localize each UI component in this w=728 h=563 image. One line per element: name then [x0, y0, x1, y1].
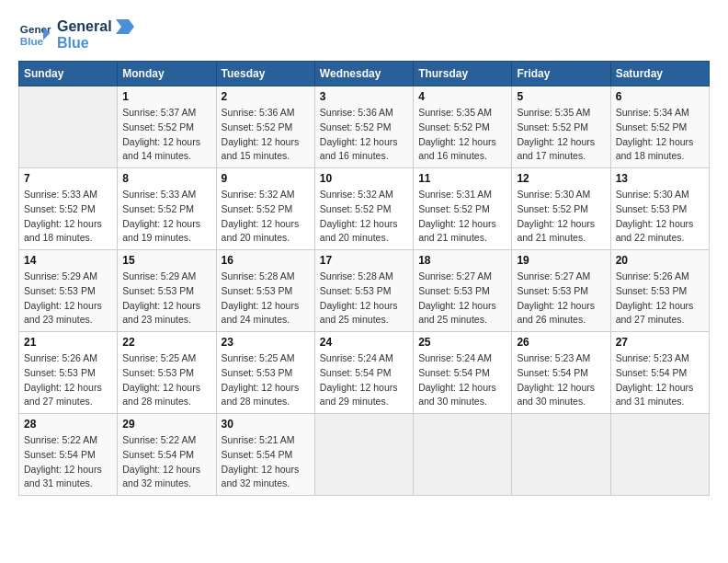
calendar-cell	[414, 414, 512, 496]
calendar-cell: 24Sunrise: 5:24 AMSunset: 5:54 PMDayligh…	[314, 332, 413, 414]
calendar-cell: 20Sunrise: 5:26 AMSunset: 5:53 PMDayligh…	[610, 250, 709, 332]
day-number: 26	[517, 336, 605, 349]
calendar-cell: 27Sunrise: 5:23 AMSunset: 5:54 PMDayligh…	[610, 332, 709, 414]
calendar-cell: 8Sunrise: 5:33 AMSunset: 5:52 PMDaylight…	[118, 168, 216, 250]
calendar-cell: 16Sunrise: 5:28 AMSunset: 5:53 PMDayligh…	[216, 250, 314, 332]
day-number: 13	[616, 172, 704, 185]
day-number: 18	[418, 254, 506, 267]
day-info: Sunrise: 5:29 AMSunset: 5:53 PMDaylight:…	[122, 270, 210, 327]
day-number: 6	[616, 90, 704, 103]
day-info: Sunrise: 5:35 AMSunset: 5:52 PMDaylight:…	[517, 106, 605, 164]
day-info: Sunrise: 5:37 AMSunset: 5:52 PMDaylight:…	[122, 106, 210, 164]
day-info: Sunrise: 5:27 AMSunset: 5:53 PMDaylight:…	[517, 270, 605, 327]
day-info: Sunrise: 5:24 AMSunset: 5:54 PMDaylight:…	[418, 351, 506, 409]
day-info: Sunrise: 5:27 AMSunset: 5:53 PMDaylight:…	[418, 270, 506, 327]
day-number: 29	[122, 418, 210, 431]
calendar-cell: 19Sunrise: 5:27 AMSunset: 5:53 PMDayligh…	[512, 250, 610, 332]
day-number: 16	[222, 254, 310, 267]
day-number: 1	[122, 90, 210, 103]
day-number: 5	[517, 90, 605, 103]
day-info: Sunrise: 5:25 AMSunset: 5:53 PMDaylight:…	[122, 351, 210, 409]
calendar-week-row: 21Sunrise: 5:26 AMSunset: 5:53 PMDayligh…	[19, 332, 710, 414]
calendar-cell: 13Sunrise: 5:30 AMSunset: 5:53 PMDayligh…	[610, 168, 709, 250]
day-info: Sunrise: 5:25 AMSunset: 5:53 PMDaylight:…	[222, 351, 310, 409]
calendar-cell: 29Sunrise: 5:22 AMSunset: 5:54 PMDayligh…	[118, 414, 216, 496]
day-info: Sunrise: 5:36 AMSunset: 5:52 PMDaylight:…	[320, 106, 408, 164]
day-info: Sunrise: 5:22 AMSunset: 5:54 PMDaylight:…	[122, 433, 210, 491]
calendar-header-row: SundayMondayTuesdayWednesdayThursdayFrid…	[19, 62, 710, 86]
day-info: Sunrise: 5:34 AMSunset: 5:52 PMDaylight:…	[616, 106, 704, 164]
calendar-cell: 26Sunrise: 5:23 AMSunset: 5:54 PMDayligh…	[512, 332, 610, 414]
day-info: Sunrise: 5:26 AMSunset: 5:53 PMDaylight:…	[24, 351, 112, 409]
day-number: 2	[222, 90, 310, 103]
column-header-thursday: Thursday	[414, 62, 512, 86]
logo-arrow-icon	[116, 19, 134, 34]
day-number: 27	[616, 336, 704, 349]
calendar-week-row: 14Sunrise: 5:29 AMSunset: 5:53 PMDayligh…	[19, 250, 710, 332]
day-info: Sunrise: 5:32 AMSunset: 5:52 PMDaylight:…	[222, 188, 310, 246]
day-number: 25	[418, 336, 506, 349]
day-number: 10	[320, 172, 408, 185]
calendar-week-row: 1Sunrise: 5:37 AMSunset: 5:52 PMDaylight…	[19, 86, 710, 168]
calendar-cell: 9Sunrise: 5:32 AMSunset: 5:52 PMDaylight…	[216, 168, 314, 250]
calendar-cell: 10Sunrise: 5:32 AMSunset: 5:52 PMDayligh…	[314, 168, 413, 250]
day-info: Sunrise: 5:36 AMSunset: 5:52 PMDaylight:…	[222, 106, 310, 164]
day-number: 3	[320, 90, 408, 103]
day-info: Sunrise: 5:23 AMSunset: 5:54 PMDaylight:…	[616, 351, 704, 409]
calendar-week-row: 28Sunrise: 5:22 AMSunset: 5:54 PMDayligh…	[19, 414, 710, 496]
day-info: Sunrise: 5:29 AMSunset: 5:53 PMDaylight:…	[24, 270, 112, 327]
svg-text:Blue: Blue	[20, 35, 44, 47]
day-info: Sunrise: 5:24 AMSunset: 5:54 PMDaylight:…	[320, 351, 408, 409]
calendar-cell: 7Sunrise: 5:33 AMSunset: 5:52 PMDaylight…	[19, 168, 118, 250]
day-number: 23	[222, 336, 310, 349]
day-number: 4	[418, 90, 506, 103]
calendar-cell: 28Sunrise: 5:22 AMSunset: 5:54 PMDayligh…	[19, 414, 118, 496]
day-info: Sunrise: 5:35 AMSunset: 5:52 PMDaylight:…	[418, 106, 506, 164]
calendar-cell: 6Sunrise: 5:34 AMSunset: 5:52 PMDaylight…	[610, 86, 709, 168]
day-number: 17	[320, 254, 408, 267]
column-header-wednesday: Wednesday	[314, 62, 413, 86]
column-header-saturday: Saturday	[610, 62, 709, 86]
calendar-cell: 1Sunrise: 5:37 AMSunset: 5:52 PMDaylight…	[118, 86, 216, 168]
calendar-cell: 18Sunrise: 5:27 AMSunset: 5:53 PMDayligh…	[414, 250, 512, 332]
calendar-cell: 30Sunrise: 5:21 AMSunset: 5:54 PMDayligh…	[216, 414, 314, 496]
day-info: Sunrise: 5:22 AMSunset: 5:54 PMDaylight:…	[24, 433, 112, 491]
column-header-sunday: Sunday	[19, 62, 118, 86]
calendar-cell: 17Sunrise: 5:28 AMSunset: 5:53 PMDayligh…	[314, 250, 413, 332]
day-info: Sunrise: 5:23 AMSunset: 5:54 PMDaylight:…	[517, 351, 605, 409]
day-number: 22	[122, 336, 210, 349]
column-header-friday: Friday	[512, 62, 610, 86]
day-info: Sunrise: 5:28 AMSunset: 5:53 PMDaylight:…	[320, 270, 408, 327]
calendar-cell: 15Sunrise: 5:29 AMSunset: 5:53 PMDayligh…	[118, 250, 216, 332]
day-number: 20	[616, 254, 704, 267]
page-header: General Blue General Blue	[18, 18, 710, 52]
calendar-cell	[314, 414, 413, 496]
day-info: Sunrise: 5:33 AMSunset: 5:52 PMDaylight:…	[122, 188, 210, 246]
calendar-cell: 22Sunrise: 5:25 AMSunset: 5:53 PMDayligh…	[118, 332, 216, 414]
day-info: Sunrise: 5:28 AMSunset: 5:53 PMDaylight:…	[222, 270, 310, 327]
calendar-cell: 25Sunrise: 5:24 AMSunset: 5:54 PMDayligh…	[414, 332, 512, 414]
logo-blue: Blue	[57, 35, 134, 52]
logo: General Blue General Blue	[18, 18, 134, 52]
calendar-cell	[512, 414, 610, 496]
calendar-cell: 2Sunrise: 5:36 AMSunset: 5:52 PMDaylight…	[216, 86, 314, 168]
day-info: Sunrise: 5:33 AMSunset: 5:52 PMDaylight:…	[24, 188, 112, 246]
day-info: Sunrise: 5:31 AMSunset: 5:52 PMDaylight:…	[418, 188, 506, 246]
day-number: 30	[222, 418, 310, 431]
calendar-cell	[610, 414, 709, 496]
calendar-cell	[19, 86, 118, 168]
calendar-cell: 12Sunrise: 5:30 AMSunset: 5:52 PMDayligh…	[512, 168, 610, 250]
logo-general: General	[57, 18, 112, 35]
calendar-cell: 11Sunrise: 5:31 AMSunset: 5:52 PMDayligh…	[414, 168, 512, 250]
day-info: Sunrise: 5:30 AMSunset: 5:52 PMDaylight:…	[517, 188, 605, 246]
day-info: Sunrise: 5:26 AMSunset: 5:53 PMDaylight:…	[616, 270, 704, 327]
day-number: 15	[122, 254, 210, 267]
day-info: Sunrise: 5:30 AMSunset: 5:53 PMDaylight:…	[616, 188, 704, 246]
calendar-week-row: 7Sunrise: 5:33 AMSunset: 5:52 PMDaylight…	[19, 168, 710, 250]
svg-marker-3	[116, 19, 134, 34]
column-header-tuesday: Tuesday	[216, 62, 314, 86]
calendar-cell: 3Sunrise: 5:36 AMSunset: 5:52 PMDaylight…	[314, 86, 413, 168]
day-number: 19	[517, 254, 605, 267]
logo-icon: General Blue	[18, 18, 51, 52]
calendar-cell: 4Sunrise: 5:35 AMSunset: 5:52 PMDaylight…	[414, 86, 512, 168]
